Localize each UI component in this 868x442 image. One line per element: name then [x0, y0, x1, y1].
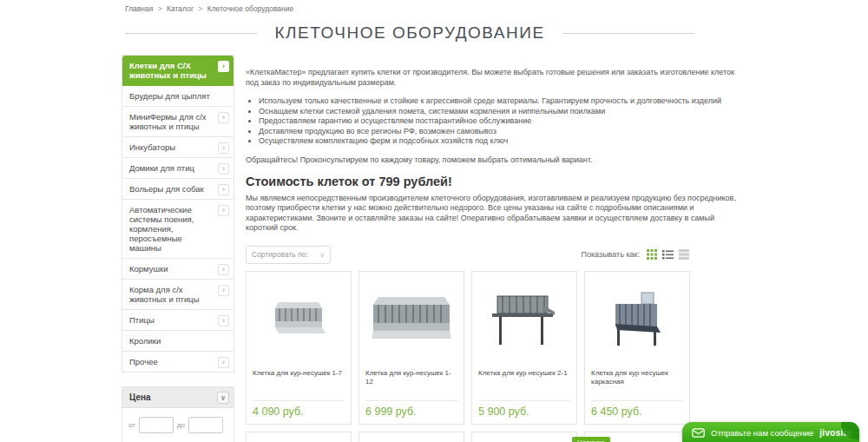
- sidebar-item-label: Вольеры для собак: [129, 184, 204, 194]
- new-badge: Новинка: [572, 437, 610, 442]
- price-filter-body: от до: [122, 408, 234, 442]
- chevron-right-icon[interactable]: ›: [218, 315, 229, 327]
- sidebar-item-automatic-systems[interactable]: Автоматические системы поения, кормления…: [122, 200, 233, 259]
- feature-item: Предоставляем гарантию и осуществляем по…: [259, 116, 736, 126]
- product-card[interactable]: [358, 432, 464, 442]
- breadcrumb-catalog[interactable]: Каталог: [167, 4, 194, 13]
- chevron-right-icon[interactable]: ›: [218, 357, 229, 368]
- product-title[interactable]: Клетка для кур несушек каркасная: [585, 367, 689, 400]
- product-price: 6 999 руб.: [359, 401, 464, 424]
- price-filter-title: Цена: [129, 393, 151, 402]
- sidebar-item-dog-enclosures[interactable]: Вольеры для собак ›: [122, 179, 233, 200]
- product-price: 4 090 руб.: [247, 401, 351, 424]
- catalog-toolbar: Сортировать по: ∨ Показывать как:: [246, 246, 689, 264]
- sidebar-item-label: Инкубаторы: [129, 142, 175, 152]
- sidebar-item-feeders[interactable]: Кормушки ›: [122, 259, 233, 280]
- product-grid: Клетка для кур-несушек 1-7 4 090 руб. Кл…: [246, 271, 692, 425]
- chevron-right-icon[interactable]: ›: [218, 184, 229, 195]
- sidebar-item-label: Кормушки: [129, 264, 168, 274]
- product-image: [247, 272, 351, 367]
- product-card[interactable]: [471, 432, 577, 442]
- catalog-page: Главная > Каталог > Клеточное оборудован…: [0, 0, 868, 442]
- sidebar-item-incubators[interactable]: Инкубаторы ›: [122, 137, 233, 158]
- feature-list: Используем только качественные и стойкие…: [259, 96, 736, 146]
- sidebar-item-other[interactable]: Прочее ›: [122, 352, 233, 373]
- product-card[interactable]: Клетка для кур-несушек 1-12 6 999 руб.: [358, 271, 464, 425]
- grid-view-icon[interactable]: [647, 249, 657, 260]
- sidebar-item-rabbits[interactable]: Кролики: [122, 331, 233, 352]
- sidebar-item-label: Клетки для С/Х животных и птицы: [129, 61, 207, 80]
- sort-select-label: Сортировать по:: [252, 250, 308, 259]
- sidebar-item-label: Птицы: [129, 315, 155, 325]
- product-image: [585, 272, 689, 367]
- title-decor-line-left: [125, 33, 257, 34]
- envelope-icon: [692, 428, 705, 438]
- product-image: [359, 272, 464, 367]
- title-decor-line-right: [562, 33, 694, 34]
- sidebar-item-label: Прочее: [129, 357, 158, 366]
- chevron-right-icon[interactable]: ›: [218, 61, 229, 72]
- sidebar-item-brooders[interactable]: Брудеры для цыплят: [122, 86, 233, 107]
- breadcrumb-home[interactable]: Главная: [125, 4, 153, 13]
- price-to-input[interactable]: [188, 417, 223, 433]
- view-switcher-label: Показывать как:: [582, 250, 641, 259]
- chevron-right-icon[interactable]: ›: [218, 285, 229, 296]
- product-card[interactable]: Клетка для кур несушек 2-1 5 900 руб.: [471, 271, 577, 425]
- sidebar-item-birdhouses[interactable]: Домики для птиц ›: [122, 158, 233, 179]
- page-title: КЛЕТОЧНОЕ ОБОРУДОВАНИЕ: [274, 23, 544, 43]
- breadcrumb: Главная > Каталог > Клеточное оборудован…: [125, 4, 293, 13]
- product-title[interactable]: Клетка для кур-несушек 1-12: [359, 367, 464, 400]
- product-card[interactable]: [246, 432, 352, 442]
- product-title[interactable]: Клетка для кур-несушек 1-7: [247, 367, 351, 400]
- price-filter: Цена ∨ от до: [122, 386, 234, 442]
- feature-item: Используем только качественные и стойкие…: [259, 96, 736, 106]
- main-content: «КлеткаМастер» предлагает купить клетки …: [246, 68, 736, 442]
- price-from-input[interactable]: [139, 417, 174, 433]
- view-switcher: Показывать как:: [582, 249, 690, 260]
- feature-item: Доставляем продукцию во все регионы РФ, …: [259, 127, 736, 136]
- price-to-label: до: [177, 421, 185, 429]
- breadcrumb-separator: >: [158, 4, 162, 13]
- breadcrumb-current: Клеточное оборудование: [207, 4, 294, 13]
- chevron-down-icon[interactable]: ∨: [217, 392, 229, 404]
- chevron-down-icon: ∨: [319, 251, 325, 259]
- chevron-right-icon[interactable]: ›: [218, 112, 229, 123]
- product-card[interactable]: Клетка для кур-несушек 1-7 4 090 руб.: [246, 271, 352, 425]
- chevron-right-icon[interactable]: ›: [218, 142, 229, 154]
- table-view-icon[interactable]: [679, 249, 689, 260]
- product-card[interactable]: Новинка: [584, 432, 690, 442]
- feature-item: Осуществляем комплектацию ферм и подсобн…: [259, 136, 736, 146]
- feature-item: Оснащаем клетки системой удаления помета…: [259, 107, 736, 116]
- section-heading: Стоимость клеток от 799 рублей!: [246, 175, 736, 188]
- sidebar-item-birds[interactable]: Птицы ›: [122, 310, 233, 331]
- intro-outro: Обращайтесь! Проконсультируем по каждому…: [246, 155, 736, 164]
- sidebar-item-label: Автоматические системы поения, кормления…: [129, 205, 194, 253]
- chevron-right-icon[interactable]: ›: [218, 205, 229, 216]
- product-price: 6 450 руб.: [585, 401, 689, 424]
- description-paragraph: Мы являемся непосредственным производите…: [246, 194, 736, 234]
- chevron-right-icon[interactable]: ›: [218, 163, 229, 175]
- sidebar-item-cages-farm-animals[interactable]: Клетки для С/Х животных и птицы ›: [122, 56, 233, 86]
- sidebar-item-minifarms[interactable]: МиниФермы для с/х животных и птицы ›: [122, 107, 233, 137]
- product-card[interactable]: Клетка для кур несушек каркасная 6 450 р…: [584, 271, 690, 425]
- price-filter-header[interactable]: Цена ∨: [122, 386, 234, 408]
- sidebar-item-label: Корма для с/х животных и птицы: [129, 285, 200, 304]
- product-grid-row2: Новинка: [246, 432, 692, 442]
- breadcrumb-separator: >: [198, 4, 202, 13]
- product-image: [472, 272, 576, 367]
- product-title[interactable]: Клетка для кур несушек 2-1: [472, 367, 576, 400]
- sidebar-item-feed[interactable]: Корма для с/х животных и птицы ›: [122, 280, 233, 310]
- list-view-icon[interactable]: [662, 249, 674, 260]
- sort-select[interactable]: Сортировать по: ∨: [246, 246, 331, 264]
- chat-message: Отправьте нам сообщение: [711, 428, 813, 438]
- product-price: 5 900 руб.: [472, 401, 576, 424]
- page-title-row: КЛЕТОЧНОЕ ОБОРУДОВАНИЕ: [125, 23, 694, 43]
- category-menu: Клетки для С/Х животных и птицы › Брудер…: [122, 55, 234, 373]
- sidebar-item-label: МиниФермы для с/х животных и птицы: [129, 112, 207, 131]
- sidebar-item-label: Брудеры для цыплят: [129, 91, 210, 101]
- chat-widget[interactable]: Отправьте нам сообщение jivosite: [682, 422, 859, 442]
- chevron-right-icon[interactable]: ›: [218, 264, 229, 275]
- sidebar-item-label: Домики для птиц: [129, 163, 194, 173]
- sidebar-item-label: Кролики: [129, 336, 161, 346]
- intro-paragraph: «КлеткаМастер» предлагает купить клетки …: [246, 68, 736, 88]
